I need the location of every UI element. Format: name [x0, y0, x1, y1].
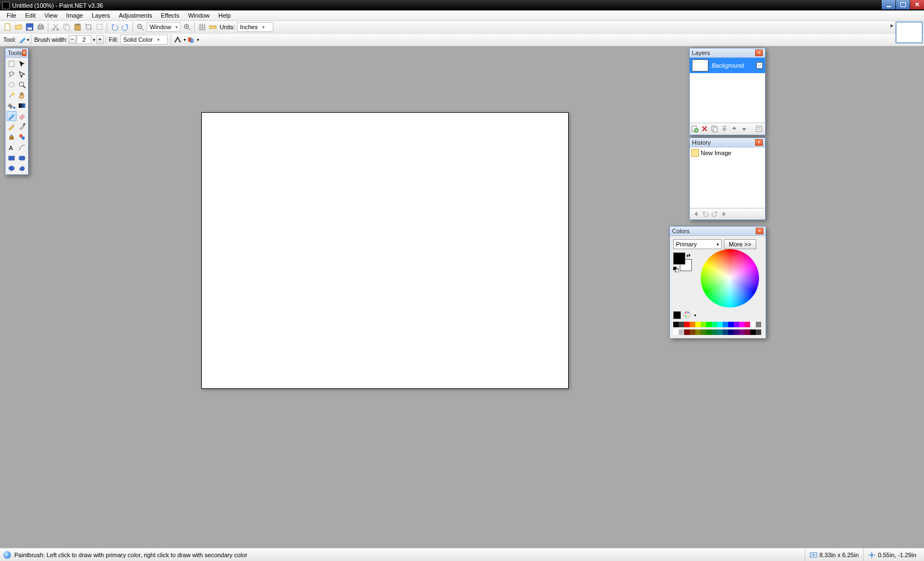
palette-cell[interactable] — [756, 329, 761, 335]
default-colors-icon[interactable] — [673, 267, 679, 272]
palette-cell[interactable] — [728, 322, 734, 327]
grid-button[interactable] — [197, 22, 207, 32]
palette-cell[interactable] — [712, 329, 717, 335]
tool-line[interactable] — [17, 142, 27, 152]
current-tool-icon[interactable] — [18, 35, 28, 45]
close-button[interactable] — [910, 0, 924, 9]
maximize-button[interactable] — [896, 0, 910, 9]
palette-cell[interactable] — [701, 329, 706, 335]
layer-visible-checkbox[interactable] — [756, 62, 763, 69]
tool-bucket[interactable] — [7, 101, 16, 111]
zoom-in-button[interactable] — [182, 22, 192, 32]
tool-ellipse-select[interactable] — [7, 80, 16, 90]
palette-cell[interactable] — [717, 322, 723, 327]
current-color-swatch[interactable] — [673, 311, 681, 319]
palette-cell[interactable] — [701, 322, 706, 327]
tool-magic-wand[interactable] — [7, 90, 16, 100]
tool-ellipse[interactable] — [7, 163, 16, 173]
menu-file[interactable]: File — [2, 11, 21, 20]
palette-dropdown[interactable]: ▾ — [694, 313, 696, 318]
color-wheel[interactable] — [701, 249, 759, 307]
colors-close-icon[interactable] — [756, 228, 763, 234]
history-panel-title[interactable]: History — [690, 138, 765, 147]
more-button[interactable]: More >> — [724, 239, 756, 249]
zoom-out-button[interactable] — [135, 22, 145, 32]
layer-down-icon[interactable] — [740, 125, 749, 134]
palette-cell[interactable] — [684, 329, 690, 335]
layers-close-icon[interactable] — [755, 50, 763, 56]
tool-colorpicker[interactable] — [17, 122, 27, 131]
palette-cell[interactable] — [690, 322, 695, 327]
palette-cell[interactable] — [690, 329, 695, 335]
print-button[interactable] — [36, 22, 46, 32]
palette-cell[interactable] — [750, 322, 756, 327]
palette-cell[interactable] — [679, 329, 684, 335]
ruler-button[interactable] — [208, 22, 218, 32]
cut-button[interactable] — [51, 22, 61, 32]
tool-text[interactable]: A — [7, 142, 16, 152]
palette-cell[interactable] — [734, 322, 739, 327]
palette-cell[interactable] — [706, 322, 712, 327]
menu-window[interactable]: Window — [184, 11, 214, 20]
palette-cell[interactable] — [750, 329, 756, 335]
tool-gradient[interactable] — [17, 101, 27, 111]
palette-cell[interactable] — [739, 322, 745, 327]
fill-select[interactable]: Solid Color — [120, 35, 168, 45]
undo-button[interactable] — [109, 22, 119, 32]
tool-rectangle[interactable] — [7, 153, 16, 163]
palette-cell[interactable] — [695, 329, 701, 335]
primary-color[interactable] — [673, 252, 685, 265]
menu-view[interactable]: View — [40, 11, 62, 20]
palette-cell[interactable] — [695, 322, 701, 327]
brush-width-plus[interactable]: + — [96, 35, 104, 44]
menu-help[interactable]: Help — [214, 11, 235, 20]
paste-button[interactable] — [73, 22, 82, 32]
minimize-button[interactable] — [882, 0, 895, 9]
tool-move-pixels[interactable] — [17, 69, 27, 79]
deselect-button[interactable] — [95, 22, 105, 32]
palette-cell[interactable] — [728, 329, 734, 335]
tool-eraser[interactable] — [17, 111, 27, 121]
palette-cell[interactable] — [723, 329, 728, 335]
canvas[interactable] — [201, 112, 569, 389]
crop-button[interactable] — [84, 22, 94, 32]
antialias-button[interactable] — [173, 35, 183, 45]
copy-button[interactable] — [62, 22, 72, 32]
layer-merge-icon[interactable] — [721, 125, 729, 134]
layer-duplicate-icon[interactable] — [711, 125, 719, 134]
tool-freeform[interactable] — [17, 163, 27, 173]
tools-close-icon[interactable] — [22, 50, 26, 56]
brush-width-value[interactable]: 2 — [76, 35, 92, 44]
palette-cell[interactable] — [739, 329, 745, 335]
tool-clone[interactable] — [7, 132, 16, 142]
tool-move-selection[interactable] — [17, 59, 27, 69]
tool-dropdown-arrow[interactable]: ▾ — [27, 37, 29, 42]
history-undo-icon[interactable] — [702, 211, 708, 217]
layers-panel-title[interactable]: Layers — [690, 48, 765, 58]
palette-cell[interactable] — [679, 322, 684, 327]
palette-cell[interactable] — [723, 322, 728, 327]
menu-layers[interactable]: Layers — [87, 11, 114, 20]
menu-edit[interactable]: Edit — [21, 11, 40, 20]
palette-cell[interactable] — [684, 322, 690, 327]
thumbnail-toggle[interactable] — [890, 24, 894, 28]
menu-image[interactable]: Image — [62, 11, 87, 20]
brush-width-dropdown[interactable]: ▾ — [93, 37, 95, 42]
history-last-icon[interactable] — [722, 211, 728, 217]
palette-cell[interactable] — [673, 322, 679, 327]
palette-cell[interactable] — [712, 322, 717, 327]
tool-rect-select[interactable] — [7, 59, 16, 69]
palette-menu-icon[interactable] — [683, 311, 692, 320]
layer-delete-icon[interactable] — [701, 125, 710, 134]
image-thumbnail[interactable] — [895, 21, 923, 43]
layer-add-icon[interactable] — [691, 125, 700, 134]
layer-properties-icon[interactable] — [755, 125, 764, 134]
palette-cell[interactable] — [734, 329, 739, 335]
menu-adjustments[interactable]: Adjustments — [114, 11, 157, 20]
open-button[interactable] — [14, 22, 24, 32]
tools-panel-title[interactable]: Tools — [6, 48, 28, 58]
history-redo-icon[interactable] — [712, 211, 718, 217]
layer-item[interactable]: Background — [690, 58, 765, 73]
tool-recolor[interactable] — [17, 132, 27, 142]
palette-cell[interactable] — [756, 322, 761, 327]
